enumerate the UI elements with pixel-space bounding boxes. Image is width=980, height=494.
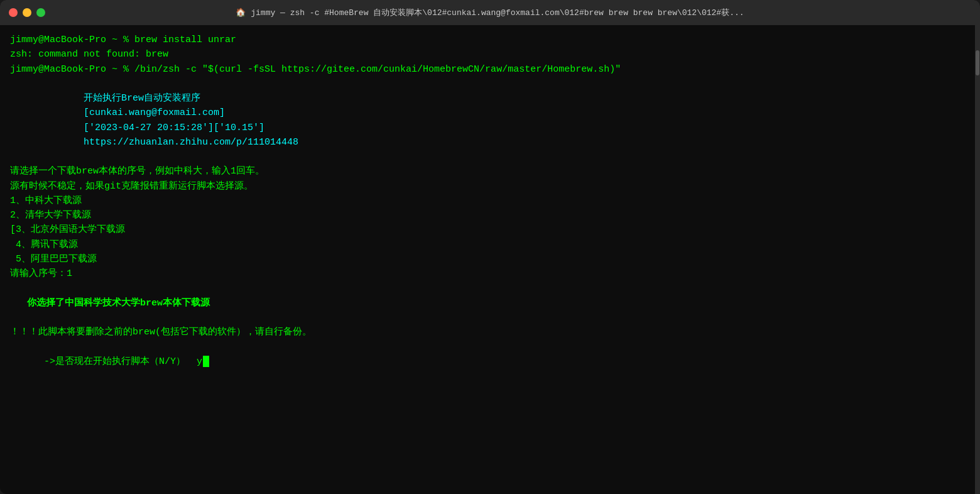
terminal-line: 5、阿里巴巴下载源 [10, 252, 970, 266]
terminal-line: 2、清华大学下载源 [10, 208, 970, 222]
terminal-line: ['2023-04-27 20:15:28']['10.15'] [10, 121, 970, 135]
terminal-line: [cunkai.wang@foxmail.com] [10, 106, 970, 120]
titlebar: 🏠 jimmy — zsh -c #HomeBrew 自动安装脚本\012#cu… [0, 0, 980, 25]
minimize-button[interactable] [23, 8, 31, 17]
terminal-line: 1、中科大下载源 [10, 194, 970, 208]
maximize-button[interactable] [36, 8, 45, 17]
terminal-line: 你选择了中国科学技术大学brew本体下载源 [10, 296, 970, 310]
home-icon: 🏠 [236, 8, 246, 18]
terminal-line: zsh: command not found: brew [10, 47, 970, 62]
terminal-line: 请选择一个下载brew本体的序号，例如中科大，输入1回车。 [10, 164, 970, 178]
terminal-line: 4、腾讯下载源 [10, 238, 970, 252]
terminal-window: 🏠 jimmy — zsh -c #HomeBrew 自动安装脚本\012#cu… [0, 0, 980, 494]
scrollbar-thumb[interactable] [976, 50, 979, 75]
window-title: 🏠 jimmy — zsh -c #HomeBrew 自动安装脚本\012#cu… [236, 7, 744, 18]
terminal-output[interactable]: jimmy@MacBook-Pro ~ % brew install unrar… [0, 25, 980, 494]
terminal-line: 开始执行Brew自动安装程序 [10, 91, 970, 106]
terminal-last-line: ->是否现在开始执行脚本（N/Y） y [10, 339, 970, 383]
traffic-lights [9, 8, 45, 17]
cursor [203, 356, 209, 367]
empty-line [10, 281, 970, 295]
terminal-line: ！！！此脚本将要删除之前的brew(包括它下载的软件），请自行备份。 [10, 325, 970, 339]
scrollbar-track[interactable] [975, 25, 980, 494]
terminal-line: jimmy@MacBook-Pro ~ % /bin/zsh -c "$(cur… [10, 62, 970, 77]
empty-line [10, 150, 970, 164]
terminal-line: jimmy@MacBook-Pro ~ % brew install unrar [10, 33, 970, 47]
empty-line [10, 310, 970, 325]
empty-line [10, 77, 970, 91]
terminal-line: [3、北京外国语大学下载源 [10, 222, 970, 237]
terminal-line: 请输入序号：1 [10, 266, 970, 281]
terminal-line: https://zhuanlan.zhihu.com/p/111014448 [10, 135, 970, 150]
terminal-line: 源有时候不稳定，如果git克隆报错重新运行脚本选择源。 [10, 179, 970, 194]
close-button[interactable] [9, 8, 18, 17]
